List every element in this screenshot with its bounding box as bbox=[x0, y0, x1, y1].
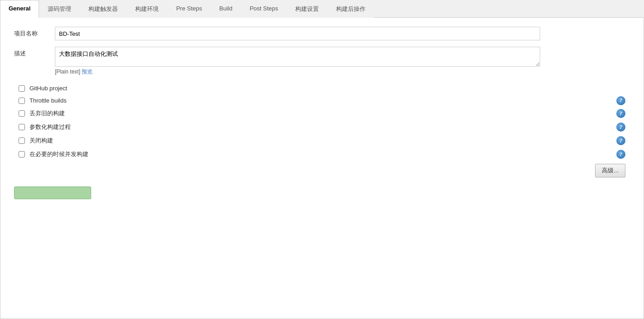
concurrent-build-checkbox[interactable] bbox=[19, 151, 25, 157]
disable-build-label: 关闭构建 bbox=[29, 137, 53, 145]
throttle-builds-label: Throttle builds bbox=[29, 97, 67, 104]
discard-old-label: 丢弃旧的构建 bbox=[29, 109, 65, 118]
description-row: 描述 大数据接口自动化测试 [Plain text] 预览 bbox=[14, 47, 630, 76]
github-project-checkbox[interactable] bbox=[19, 85, 25, 92]
tab-build[interactable]: Build bbox=[211, 0, 241, 18]
tab-bar: General 源码管理 构建触发器 构建环境 Pre Steps Build … bbox=[0, 0, 644, 18]
checkbox-row-parameterized: 参数化构建过程 ? bbox=[19, 123, 630, 131]
disable-build-help-icon[interactable]: ? bbox=[616, 136, 625, 145]
checkbox-row-throttle: Throttle builds ? bbox=[19, 97, 630, 104]
parameterized-checkbox[interactable] bbox=[19, 124, 25, 130]
discard-old-help-icon[interactable]: ? bbox=[616, 109, 625, 118]
tab-trigger[interactable]: 构建触发器 bbox=[80, 0, 127, 18]
concurrent-build-label: 在必要的时候并发构建 bbox=[29, 150, 88, 158]
checkbox-row-disable: 关闭构建 ? bbox=[19, 137, 630, 145]
description-textarea[interactable]: 大数据接口自动化测试 bbox=[55, 47, 540, 67]
main-content: 项目名称 描述 大数据接口自动化测试 [Plain text] 预览 GitH bbox=[0, 18, 644, 319]
parameterized-help-icon[interactable]: ? bbox=[616, 123, 625, 132]
tab-source[interactable]: 源码管理 bbox=[39, 0, 80, 18]
tab-env[interactable]: 构建环境 bbox=[127, 0, 167, 18]
advanced-btn-row: 高级... bbox=[14, 164, 630, 177]
throttle-builds-checkbox[interactable] bbox=[19, 98, 25, 104]
preview-link[interactable]: 预览 bbox=[82, 69, 93, 75]
textarea-hint: [Plain text] 预览 bbox=[55, 68, 540, 76]
checkbox-row-github: GitHub project bbox=[19, 85, 630, 92]
disable-build-checkbox[interactable] bbox=[19, 137, 25, 144]
checkbox-row-concurrent: 在必要的时候并发构建 ? bbox=[19, 150, 630, 158]
plain-text-label: [Plain text] bbox=[55, 69, 80, 75]
advanced-button[interactable]: 高级... bbox=[595, 164, 625, 177]
tab-post-steps[interactable]: Post Steps bbox=[241, 0, 287, 18]
page-wrapper: General 源码管理 构建触发器 构建环境 Pre Steps Build … bbox=[0, 0, 644, 319]
project-name-row: 项目名称 bbox=[14, 27, 630, 40]
github-project-label: GitHub project bbox=[29, 85, 67, 92]
parameterized-label: 参数化构建过程 bbox=[29, 123, 71, 131]
tab-general[interactable]: General bbox=[0, 0, 39, 18]
concurrent-build-help-icon[interactable]: ? bbox=[616, 150, 625, 159]
throttle-builds-help-icon[interactable]: ? bbox=[616, 96, 625, 105]
checkbox-section: GitHub project Throttle builds ? 丢弃旧的构建 … bbox=[14, 85, 630, 158]
project-name-input[interactable] bbox=[55, 27, 540, 40]
tab-build-settings[interactable]: 构建设置 bbox=[287, 0, 327, 18]
form-section: 项目名称 描述 大数据接口自动化测试 [Plain text] 预览 bbox=[14, 27, 630, 76]
bottom-bar bbox=[14, 186, 91, 199]
tab-pre-steps[interactable]: Pre Steps bbox=[167, 0, 210, 18]
description-label: 描述 bbox=[14, 47, 50, 58]
tab-post-build[interactable]: 构建后操作 bbox=[327, 0, 374, 18]
checkbox-row-discard: 丢弃旧的构建 ? bbox=[19, 109, 630, 118]
project-name-label: 项目名称 bbox=[14, 27, 50, 38]
discard-old-checkbox[interactable] bbox=[19, 110, 25, 117]
